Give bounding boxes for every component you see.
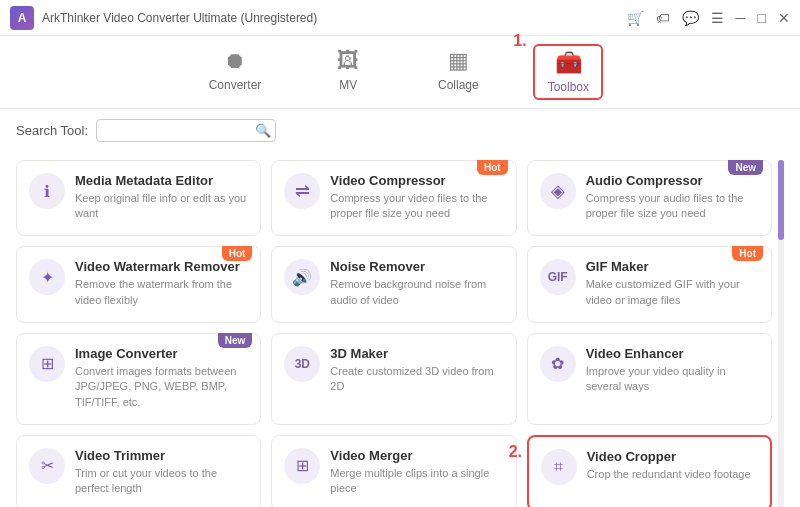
tool-name-merger: Video Merger [330, 448, 503, 463]
tab-converter-label: Converter [209, 78, 262, 92]
tool-card-noise[interactable]: 🔊 Noise Remover Remove background noise … [271, 246, 516, 322]
tool-card-audio-compressor[interactable]: New ◈ Audio Compressor Compress your aud… [527, 160, 772, 236]
search-icon: 🔍 [255, 123, 271, 138]
tool-info-3d: 3D Maker Create customized 3D video from… [330, 346, 503, 395]
tool-card-cropper[interactable]: 2. ⌗ Video Cropper Crop the redundant vi… [527, 435, 772, 507]
tool-card-gif[interactable]: Hot GIF GIF Maker Make customized GIF wi… [527, 246, 772, 322]
tool-info-enhancer: Video Enhancer Improve your video qualit… [586, 346, 759, 395]
tool-desc-gif: Make customized GIF with your video or i… [586, 277, 759, 308]
tool-info-trimmer: Video Trimmer Trim or cut your videos to… [75, 448, 248, 497]
tool-desc-merger: Merge multiple clips into a single piece [330, 466, 503, 497]
search-input[interactable] [105, 124, 255, 138]
title-bar-controls: 🛒 🏷 💬 ☰ ─ □ ✕ [627, 10, 790, 26]
tool-desc-enhancer: Improve your video quality in several wa… [586, 364, 759, 395]
tool-desc-trimmer: Trim or cut your videos to the perfect l… [75, 466, 248, 497]
nav-tabs: ⏺ Converter 🖼 MV ▦ Collage 1. 🧰 Toolbox [0, 36, 800, 109]
tool-info-merger: Video Merger Merge multiple clips into a… [330, 448, 503, 497]
search-input-wrap[interactable]: 🔍 [96, 119, 276, 142]
scrollbar-thumb[interactable] [778, 160, 784, 240]
tool-info-watermark: Video Watermark Remover Remove the water… [75, 259, 248, 308]
tool-card-trimmer[interactable]: ✂ Video Trimmer Trim or cut your videos … [16, 435, 261, 507]
tools-grid: ℹ Media Metadata Editor Keep original fi… [16, 160, 772, 507]
tool-name-watermark: Video Watermark Remover [75, 259, 248, 274]
title-bar-left: A ArkThinker Video Converter Ultimate (U… [10, 6, 317, 30]
tool-desc-3d: Create customized 3D video from 2D [330, 364, 503, 395]
app-title: ArkThinker Video Converter Ultimate (Unr… [42, 11, 317, 25]
tool-name-3d: 3D Maker [330, 346, 503, 361]
tab-mv[interactable]: 🖼 MV [313, 44, 383, 100]
media-metadata-icon: ℹ [29, 173, 65, 209]
gif-icon: GIF [540, 259, 576, 295]
tool-card-image-converter[interactable]: New ⊞ Image Converter Convert images for… [16, 333, 261, 425]
step1-label: 1. [513, 32, 526, 50]
converter-icon: ⏺ [224, 48, 246, 74]
tool-desc-video-compressor: Compress your video files to the proper … [330, 191, 503, 222]
tools-container: ℹ Media Metadata Editor Keep original fi… [0, 152, 800, 507]
tag-icon[interactable]: 🏷 [656, 10, 670, 26]
tab-collage[interactable]: ▦ Collage [423, 44, 493, 100]
tab-mv-label: MV [339, 78, 357, 92]
app-icon: A [10, 6, 34, 30]
tool-info-gif: GIF Maker Make customized GIF with your … [586, 259, 759, 308]
close-icon[interactable]: ✕ [778, 10, 790, 26]
tool-desc-noise: Remove background noise from audio of vi… [330, 277, 503, 308]
trimmer-icon: ✂ [29, 448, 65, 484]
tool-name-enhancer: Video Enhancer [586, 346, 759, 361]
tool-card-enhancer[interactable]: ✿ Video Enhancer Improve your video qual… [527, 333, 772, 425]
tab-converter[interactable]: ⏺ Converter [197, 44, 274, 100]
badge-hot-compressor: Hot [477, 160, 508, 175]
tool-info-audio-compressor: Audio Compressor Compress your audio fil… [586, 173, 759, 222]
cart-icon[interactable]: 🛒 [627, 10, 644, 26]
tool-desc-audio-compressor: Compress your audio files to the proper … [586, 191, 759, 222]
image-converter-icon: ⊞ [29, 346, 65, 382]
tool-info-video-compressor: Video Compressor Compress your video fil… [330, 173, 503, 222]
tool-card-3d[interactable]: 3D 3D Maker Create customized 3D video f… [271, 333, 516, 425]
tool-name-gif: GIF Maker [586, 259, 759, 274]
cropper-icon: ⌗ [541, 449, 577, 485]
tool-info-media-metadata: Media Metadata Editor Keep original file… [75, 173, 248, 222]
badge-new-image: New [218, 333, 253, 348]
tool-desc-watermark: Remove the watermark from the video flex… [75, 277, 248, 308]
maximize-icon[interactable]: □ [758, 10, 766, 26]
tool-name-video-compressor: Video Compressor [330, 173, 503, 188]
tool-info-noise: Noise Remover Remove background noise fr… [330, 259, 503, 308]
3d-icon: 3D [284, 346, 320, 382]
watermark-icon: ✦ [29, 259, 65, 295]
tool-card-media-metadata[interactable]: ℹ Media Metadata Editor Keep original fi… [16, 160, 261, 236]
minimize-icon[interactable]: ─ [736, 10, 746, 26]
tool-desc-image-converter: Convert images formats between JPG/JPEG,… [75, 364, 248, 410]
tool-card-merger[interactable]: ⊞ Video Merger Merge multiple clips into… [271, 435, 516, 507]
tool-info-cropper: Video Cropper Crop the redundant video f… [587, 449, 758, 482]
toolbox-icon: 🧰 [555, 50, 582, 76]
search-label: Search Tool: [16, 123, 88, 138]
tab-toolbox-label: Toolbox [548, 80, 589, 94]
tool-name-audio-compressor: Audio Compressor [586, 173, 759, 188]
noise-icon: 🔊 [284, 259, 320, 295]
tool-name-image-converter: Image Converter [75, 346, 248, 361]
title-bar: A ArkThinker Video Converter Ultimate (U… [0, 0, 800, 36]
chat-icon[interactable]: 💬 [682, 10, 699, 26]
badge-hot-gif: Hot [732, 246, 763, 261]
tool-name-trimmer: Video Trimmer [75, 448, 248, 463]
tab-toolbox[interactable]: 1. 🧰 Toolbox [533, 44, 603, 100]
audio-compressor-icon: ◈ [540, 173, 576, 209]
menu-icon[interactable]: ☰ [711, 10, 724, 26]
enhancer-icon: ✿ [540, 346, 576, 382]
step2-label: 2. [509, 443, 522, 461]
tool-name-media-metadata: Media Metadata Editor [75, 173, 248, 188]
tool-desc-media-metadata: Keep original file info or edit as you w… [75, 191, 248, 222]
tool-card-video-compressor[interactable]: Hot ⇌ Video Compressor Compress your vid… [271, 160, 516, 236]
tool-name-noise: Noise Remover [330, 259, 503, 274]
badge-hot-watermark: Hot [222, 246, 253, 261]
tool-card-watermark[interactable]: Hot ✦ Video Watermark Remover Remove the… [16, 246, 261, 322]
tab-collage-label: Collage [438, 78, 479, 92]
mv-icon: 🖼 [337, 48, 359, 74]
tool-name-cropper: Video Cropper [587, 449, 758, 464]
scrollbar-track[interactable] [778, 160, 784, 507]
tool-desc-cropper: Crop the redundant video footage [587, 467, 758, 482]
search-bar: Search Tool: 🔍 [0, 109, 800, 152]
tool-info-image-converter: Image Converter Convert images formats b… [75, 346, 248, 410]
badge-new-audio: New [728, 160, 763, 175]
video-compressor-icon: ⇌ [284, 173, 320, 209]
merger-icon: ⊞ [284, 448, 320, 484]
